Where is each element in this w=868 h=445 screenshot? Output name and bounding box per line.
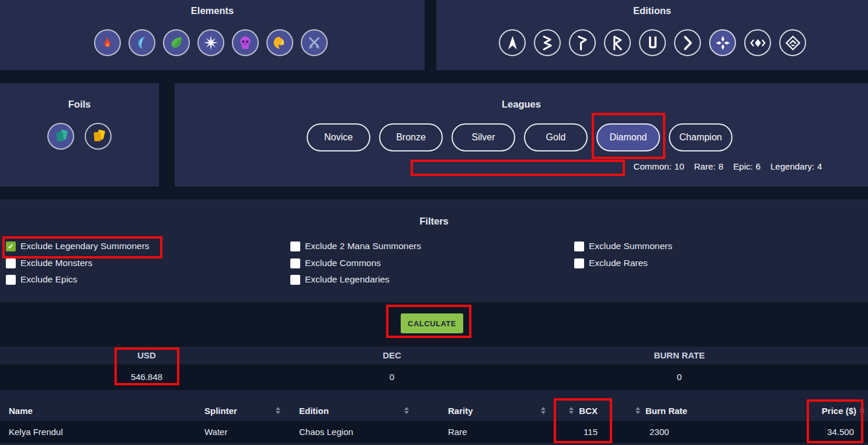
sort-icon[interactable]: [276, 407, 280, 414]
element-neutral-button[interactable]: [301, 29, 328, 56]
edition-rebellion-button[interactable]: [779, 29, 806, 56]
editions-title: Editions: [436, 5, 868, 16]
foil-regular-button[interactable]: [47, 123, 74, 150]
element-life-button[interactable]: [197, 29, 224, 56]
checkbox-icon[interactable]: [574, 242, 584, 251]
rarity-cap-epic: Epic:6: [733, 161, 761, 171]
column-header-burn-rate[interactable]: Burn Rate: [612, 400, 786, 421]
filter-exclude-summoners[interactable]: Exclude Summoners: [574, 239, 672, 253]
editions-panel: Editions: [436, 0, 868, 70]
edition-untamed-button[interactable]: [639, 29, 666, 56]
column-header-splinter[interactable]: Splinter: [202, 400, 287, 421]
burn-rate-value: 0: [677, 364, 682, 390]
checkbox-icon[interactable]: [290, 275, 300, 285]
sort-icon[interactable]: [860, 407, 864, 414]
column-header-bcx[interactable]: BCX: [554, 400, 612, 421]
elements-buttons: [94, 29, 328, 56]
rarity-cap-rare: Rare:8: [694, 161, 723, 171]
dragon-icon: [272, 35, 287, 50]
elements-panel: Elements: [0, 0, 425, 70]
league-champion-button[interactable]: Champion: [669, 123, 732, 151]
sort-icon[interactable]: [404, 407, 409, 414]
cell-splinter: Water: [202, 421, 287, 443]
riftwatchers-edition-icon: [750, 35, 766, 51]
gold-foil-cards-icon: [89, 127, 107, 145]
column-header-edition[interactable]: Edition: [287, 400, 416, 421]
burn-rate-header: BURN RATE: [654, 347, 704, 364]
league-diamond-button[interactable]: Diamond: [596, 123, 660, 151]
results-header-row: USD DEC BURN RATE: [0, 347, 868, 364]
dice-edition-icon: [680, 35, 696, 51]
edition-beta-button[interactable]: [534, 29, 561, 56]
results-value-row: 546.848 0 0: [0, 364, 868, 390]
chaos-legion-edition-icon: [715, 35, 731, 51]
filter-exclude-legendary-summoners[interactable]: Exclude Legendary Summoners: [6, 239, 150, 253]
league-novice-button[interactable]: Novice: [307, 123, 370, 151]
divider: [0, 390, 868, 400]
dec-header: DEC: [383, 347, 401, 364]
leagues-title: Leagues: [175, 99, 868, 110]
checkbox-icon[interactable]: [6, 275, 16, 285]
promo-edition-icon: [575, 35, 591, 51]
filter-exclude-commons[interactable]: Exclude Commons: [290, 256, 381, 270]
element-water-button[interactable]: [129, 29, 155, 56]
rarity-cap-common: Common:10: [634, 161, 685, 171]
calculate-button[interactable]: CALCULATE: [401, 313, 463, 333]
cell-edition: Chaos Legion: [287, 421, 416, 443]
card-table-header: Name Splinter Edition Rarity BCX Burn Ra…: [0, 400, 868, 421]
checkbox-checked-icon[interactable]: [6, 242, 16, 251]
edition-riftwatchers-button[interactable]: [744, 29, 771, 56]
element-death-button[interactable]: [232, 29, 259, 56]
edition-chaos-legion-button[interactable]: [709, 29, 736, 56]
cell-bcx: 115: [554, 421, 612, 443]
sort-icon[interactable]: [636, 407, 640, 414]
fire-icon: [100, 35, 115, 50]
checkbox-icon[interactable]: [574, 258, 584, 268]
filter-exclude-monsters[interactable]: Exclude Monsters: [6, 256, 92, 270]
column-header-rarity[interactable]: Rarity: [416, 400, 554, 421]
element-fire-button[interactable]: [94, 29, 121, 56]
foils-panel: Foils: [0, 83, 159, 187]
filter-exclude-epics[interactable]: Exclude Epics: [6, 272, 77, 287]
cell-burn-rate: 2300: [612, 421, 786, 443]
dec-value: 0: [390, 364, 394, 390]
edition-alpha-button[interactable]: [499, 29, 526, 56]
elements-title: Elements: [0, 5, 425, 16]
life-star-icon: [203, 35, 218, 50]
league-gold-button[interactable]: Gold: [524, 123, 588, 151]
element-dragon-button[interactable]: [266, 29, 293, 56]
untamed-edition-icon: [645, 35, 661, 51]
league-buttons: Novice Bronze Silver Gold Diamond Champi…: [307, 123, 732, 151]
league-silver-button[interactable]: Silver: [452, 123, 515, 151]
sort-icon[interactable]: [541, 407, 546, 414]
alpha-edition-icon: [505, 35, 520, 51]
checkbox-icon[interactable]: [6, 258, 16, 268]
divider: [0, 443, 868, 445]
table-row-kelya-frendul: Kelya Frendul Water Chaos Legion Rare 11…: [0, 421, 868, 443]
filter-exclude-legendaries[interactable]: Exclude Legendaries: [290, 272, 390, 287]
neutral-crossed-swords-icon: [307, 35, 322, 50]
usd-value: 546.848: [131, 364, 162, 390]
edition-reward-button[interactable]: [604, 29, 631, 56]
edition-dice-button[interactable]: [674, 29, 701, 56]
foil-gold-button[interactable]: [85, 123, 112, 150]
cell-price: 34.500: [786, 421, 868, 443]
column-header-price[interactable]: Price ($): [786, 400, 868, 421]
league-rarity-caps: Common:10 Rare:8 Epic:6 Legendary:4: [518, 161, 868, 171]
edition-promo-button[interactable]: [569, 29, 596, 56]
element-earth-button[interactable]: [163, 29, 190, 56]
league-bronze-button[interactable]: Bronze: [379, 123, 443, 151]
filter-exclude-rares[interactable]: Exclude Rares: [574, 256, 648, 270]
sort-icon[interactable]: [569, 407, 574, 414]
checkbox-icon[interactable]: [290, 258, 300, 268]
cell-name: Kelya Frendul: [0, 421, 202, 443]
foils-buttons: [47, 123, 112, 150]
editions-buttons: [499, 29, 806, 56]
usd-header: USD: [137, 347, 156, 364]
death-skull-icon: [238, 35, 253, 50]
card-value-calculator: Elements Editio: [0, 0, 868, 445]
reward-edition-icon: [610, 35, 626, 51]
checkbox-icon[interactable]: [290, 242, 300, 251]
column-header-name[interactable]: Name: [0, 400, 202, 421]
filter-exclude-2-mana-summoners[interactable]: Exclude 2 Mana Summoners: [290, 239, 421, 253]
